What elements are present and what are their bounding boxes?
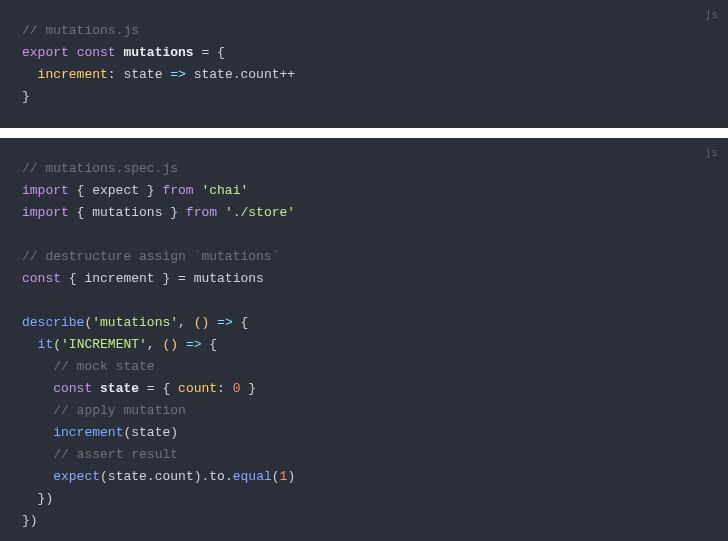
code-comment: // mutations.spec.js	[22, 161, 178, 176]
code-content: // mutations.spec.js import { expect } f…	[22, 158, 706, 532]
ident: state	[100, 381, 139, 396]
sp	[217, 205, 225, 220]
kw-const: const	[22, 271, 61, 286]
fn-call: describe	[22, 315, 84, 330]
ident: increment	[84, 271, 154, 286]
punct: .	[225, 469, 233, 484]
punct: })	[38, 491, 54, 506]
brace: {	[209, 337, 217, 352]
code-content: // mutations.js export const mutations =…	[22, 20, 706, 108]
paren: )	[287, 469, 295, 484]
paren: )	[170, 425, 178, 440]
punct: .	[147, 469, 155, 484]
ident: mutations	[123, 45, 193, 60]
paren: )	[194, 469, 202, 484]
indent	[22, 469, 53, 484]
paren: (	[272, 469, 280, 484]
code-comment: // mutations.js	[22, 23, 139, 38]
ident: mutations	[92, 205, 162, 220]
code-comment: // assert result	[53, 447, 178, 462]
kw-import: import	[22, 183, 69, 198]
code-block-2: js // mutations.spec.js import { expect …	[0, 138, 728, 541]
indent	[22, 337, 38, 352]
ident: state	[131, 425, 170, 440]
ident: state	[108, 469, 147, 484]
block-gap	[0, 128, 728, 138]
fn-call: equal	[233, 469, 272, 484]
prop: count	[178, 381, 217, 396]
op: ++	[280, 67, 296, 82]
field: count	[155, 469, 194, 484]
brace: {	[241, 315, 249, 330]
param: state	[123, 67, 162, 82]
punct: = {	[139, 381, 178, 396]
indent	[22, 425, 53, 440]
punct: }	[162, 205, 185, 220]
code-comment: // apply mutation	[53, 403, 186, 418]
string: 'chai'	[201, 183, 248, 198]
punct: })	[22, 513, 38, 528]
paren: (	[100, 469, 108, 484]
punct: {	[61, 271, 84, 286]
punct: }	[241, 381, 257, 396]
indent	[22, 403, 53, 418]
punct: } =	[155, 271, 194, 286]
brace: }	[22, 89, 30, 104]
punct: ,	[178, 315, 194, 330]
fn-call: expect	[53, 469, 100, 484]
punct: .	[233, 67, 241, 82]
punct: {	[69, 183, 92, 198]
kw-from: from	[162, 183, 193, 198]
string: 'INCREMENT'	[61, 337, 147, 352]
punct: {	[69, 205, 92, 220]
punct: :	[108, 67, 124, 82]
number: 0	[233, 381, 241, 396]
ident: to	[209, 469, 225, 484]
code-comment: // mock state	[53, 359, 154, 374]
string: 'mutations'	[92, 315, 178, 330]
language-label: js	[705, 142, 718, 164]
prop: increment	[38, 67, 108, 82]
arrow: =>	[209, 315, 240, 330]
kw-export: export	[22, 45, 69, 60]
kw-const: const	[77, 45, 116, 60]
ident: expect	[92, 183, 139, 198]
fn-call: it	[38, 337, 54, 352]
kw-import: import	[22, 205, 69, 220]
paren: (	[53, 337, 61, 352]
ident: state	[194, 67, 233, 82]
code-block-1: js // mutations.js export const mutation…	[0, 0, 728, 128]
arrow: =>	[162, 67, 193, 82]
indent	[22, 491, 38, 506]
field: count	[241, 67, 280, 82]
language-label: js	[705, 4, 718, 26]
ident: mutations	[194, 271, 264, 286]
indent	[22, 67, 38, 82]
indent	[22, 359, 53, 374]
string: './store'	[225, 205, 295, 220]
punct: }	[139, 183, 162, 198]
code-comment: // destructure assign `mutations`	[22, 249, 279, 264]
sp	[92, 381, 100, 396]
punct: :	[217, 381, 233, 396]
kw-from: from	[186, 205, 217, 220]
punct: ,	[147, 337, 163, 352]
kw-const: const	[53, 381, 92, 396]
indent	[22, 381, 53, 396]
punct: = {	[194, 45, 225, 60]
paren: )	[170, 337, 178, 352]
indent	[22, 447, 53, 462]
fn-call: increment	[53, 425, 123, 440]
arrow: =>	[178, 337, 209, 352]
